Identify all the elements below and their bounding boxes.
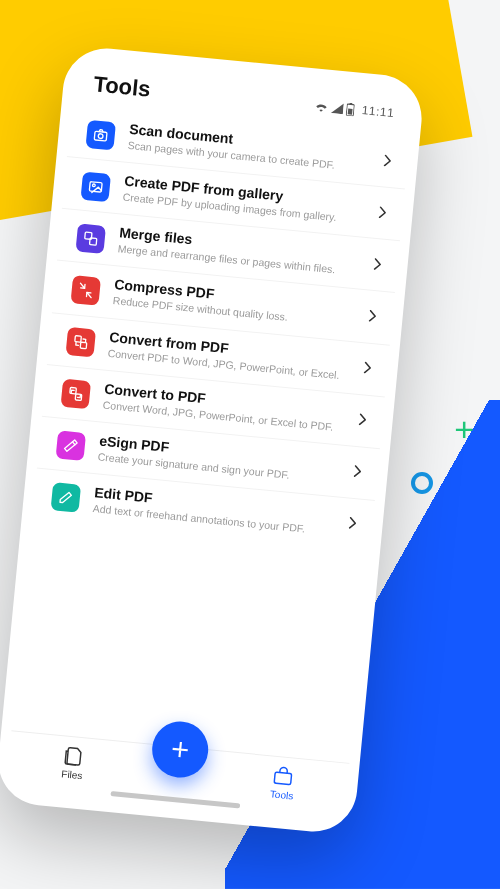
status-bar-indicators: 11:11 <box>314 99 395 121</box>
tool-list: Scan document Scan pages with your camer… <box>11 99 410 763</box>
phone-screen: Tools 11:11 Scan document Scan <box>5 55 414 824</box>
svg-rect-2 <box>348 108 353 114</box>
nav-tab-tools-label: Tools <box>269 788 293 801</box>
nav-tab-files-label: Files <box>61 768 83 781</box>
chevron-right-icon <box>363 359 373 378</box>
chevron-right-icon <box>358 411 368 430</box>
circle-decoration-icon <box>411 472 433 494</box>
svg-rect-5 <box>89 181 102 191</box>
svg-rect-13 <box>274 772 291 785</box>
cellular-signal-icon <box>331 102 344 114</box>
gallery-icon <box>80 171 111 202</box>
chevron-right-icon <box>368 308 378 327</box>
nav-tab-tools[interactable]: Tools <box>269 764 296 801</box>
files-icon <box>61 744 87 768</box>
battery-icon <box>346 102 355 116</box>
svg-point-6 <box>92 184 95 187</box>
status-time: 11:11 <box>361 103 395 120</box>
tools-icon <box>270 764 296 788</box>
compress-icon <box>70 275 101 306</box>
svg-rect-3 <box>94 131 107 141</box>
phone-frame: Tools 11:11 Scan document Scan <box>0 44 426 835</box>
plus-icon <box>166 735 194 763</box>
nav-tab-files[interactable]: Files <box>59 744 86 781</box>
sign-icon <box>56 431 87 462</box>
chevron-right-icon <box>378 204 388 223</box>
svg-point-4 <box>98 133 103 138</box>
home-indicator <box>110 791 240 808</box>
plus-decoration-icon: + <box>454 410 474 449</box>
svg-rect-9 <box>75 336 82 343</box>
camera-icon <box>85 119 116 150</box>
svg-rect-8 <box>90 238 97 245</box>
wifi-icon <box>314 100 329 112</box>
edit-icon <box>51 483 82 514</box>
svg-rect-1 <box>350 102 353 104</box>
convert-from-icon <box>65 327 96 358</box>
chevron-right-icon <box>353 463 363 482</box>
merge-icon <box>75 223 106 254</box>
page-title: Tools <box>92 71 151 102</box>
chevron-right-icon <box>348 515 358 534</box>
convert-to-icon <box>61 379 92 410</box>
svg-rect-10 <box>80 342 87 349</box>
chevron-right-icon <box>373 256 383 275</box>
chevron-right-icon <box>383 152 393 171</box>
